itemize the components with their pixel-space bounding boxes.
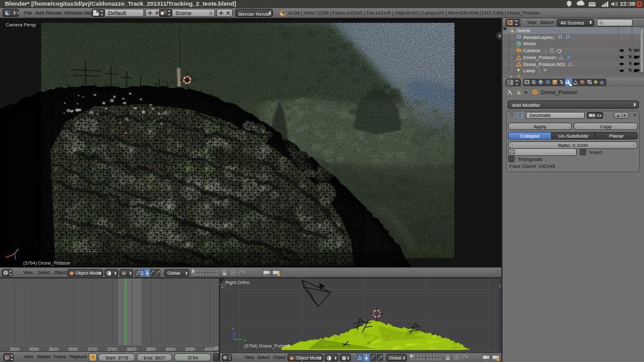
svg-text:3550: 3550 [29, 347, 39, 351]
svg-text:3950: 3950 [185, 347, 195, 351]
svg-text:4000: 4000 [204, 347, 214, 351]
svg-text:3700: 3700 [87, 347, 97, 351]
svg-text:3900: 3900 [165, 347, 175, 351]
svg-text:+: + [221, 285, 224, 290]
svg-text:(3794) Drone_Poisson: (3794) Drone_Poisson [23, 260, 70, 266]
svg-text:z: z [232, 327, 234, 331]
svg-text:3500: 3500 [9, 347, 19, 351]
svg-text:y: y [244, 338, 246, 342]
svg-text:(3794) Drone_Poisson: (3794) Drone_Poisson [244, 343, 291, 349]
svg-text:Camera Persp: Camera Persp [6, 22, 36, 28]
svg-text:3750: 3750 [107, 347, 117, 351]
svg-text:Right Ortho: Right Ortho [225, 280, 249, 285]
svg-text:3800: 3800 [126, 347, 136, 351]
svg-text:3850: 3850 [146, 347, 156, 351]
svg-text:3600: 3600 [48, 347, 58, 351]
svg-text:3650: 3650 [68, 347, 78, 351]
